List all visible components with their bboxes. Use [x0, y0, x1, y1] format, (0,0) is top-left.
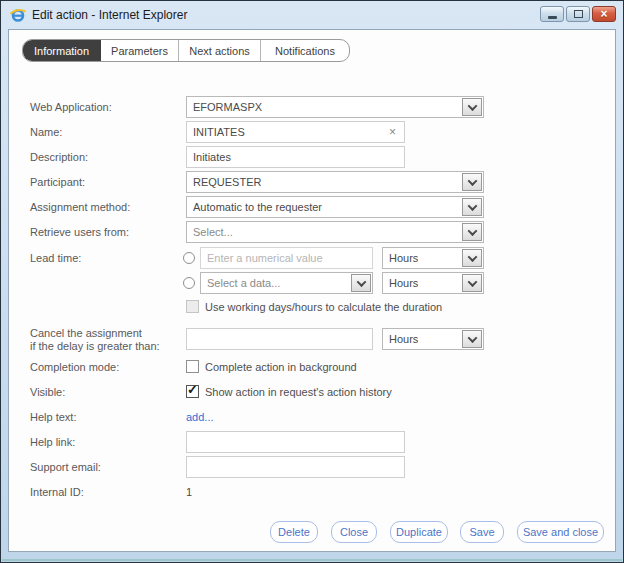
support-email-label: Support email:: [30, 461, 101, 473]
assignment-method-label: Assignment method:: [30, 201, 130, 213]
maximize-icon: [574, 10, 583, 18]
cancel-assignment-unit-value: Hours: [389, 333, 418, 345]
tab-information[interactable]: Information: [23, 40, 101, 61]
title-bar[interactable]: Edit action - Internet Explorer: [1, 1, 623, 29]
retrieve-users-from-select[interactable]: Select...: [186, 221, 484, 243]
cancel-assignment-label-line1: Cancel the assignment: [30, 327, 142, 339]
chevron-down-icon: [467, 101, 477, 111]
dropdown-arrow-button[interactable]: [462, 173, 482, 191]
cancel-assignment-label-line2: if the delay is greater than:: [30, 340, 160, 352]
web-application-label: Web Application:: [30, 101, 112, 113]
close-dialog-button[interactable]: Close: [331, 521, 377, 543]
internal-id-value: 1: [186, 486, 192, 498]
help-text-label: Help text:: [30, 411, 76, 423]
duplicate-button[interactable]: Duplicate: [390, 521, 448, 543]
dropdown-arrow-button[interactable]: [462, 198, 482, 216]
lead-time-label: Lead time:: [30, 252, 81, 264]
dropdown-arrow-button[interactable]: [462, 330, 482, 348]
cancel-assignment-unit-select[interactable]: Hours: [382, 328, 484, 350]
working-days-checkbox-label: Use working days/hours to calculate the …: [205, 301, 442, 313]
chevron-down-icon: [467, 176, 477, 186]
lead-time-data-unit-select[interactable]: Hours: [382, 272, 484, 294]
tab-bar: Information Parameters Next actions Noti…: [22, 39, 350, 62]
lead-time-data-select[interactable]: Select a data...: [200, 272, 373, 294]
minimize-button[interactable]: [540, 6, 564, 22]
participant-value: REQUESTER: [193, 176, 261, 188]
dropdown-arrow-button[interactable]: [462, 249, 482, 267]
assignment-method-select[interactable]: Automatic to the requester: [186, 196, 484, 218]
completion-mode-checkbox[interactable]: [186, 360, 199, 373]
web-application-value: EFORMASPX: [193, 101, 262, 113]
tab-next-actions[interactable]: Next actions: [179, 40, 261, 61]
dropdown-arrow-button[interactable]: [462, 274, 482, 292]
window-bottom-accent: [2, 559, 622, 561]
lead-time-numeric-unit-value: Hours: [389, 252, 418, 264]
close-icon: ×: [600, 7, 607, 21]
tab-notifications[interactable]: Notifications: [261, 40, 349, 61]
retrieve-users-from-value: Select...: [193, 226, 233, 238]
save-button[interactable]: Save: [460, 521, 504, 543]
retrieve-users-from-label: Retrieve users from:: [30, 226, 129, 238]
chevron-down-icon: [467, 277, 477, 287]
description-input[interactable]: [186, 146, 405, 168]
internet-explorer-icon: [10, 7, 26, 23]
dropdown-arrow-button[interactable]: [462, 98, 482, 116]
chevron-down-icon: [467, 201, 477, 211]
check-icon: ✓: [187, 382, 198, 397]
edit-action-window: Edit action - Internet Explorer × Inform…: [0, 0, 624, 563]
chevron-down-icon: [356, 277, 366, 287]
help-text-add-link[interactable]: add...: [186, 411, 214, 423]
lead-time-numeric-radio[interactable]: [183, 252, 195, 264]
name-input[interactable]: [186, 121, 405, 143]
name-label: Name:: [30, 126, 62, 138]
lead-time-numeric-input[interactable]: [200, 247, 373, 269]
visible-checkbox-label: Show action in request's action history: [205, 386, 392, 398]
delete-button[interactable]: Delete: [270, 521, 318, 543]
cancel-assignment-label: Cancel the assignment if the delay is gr…: [30, 327, 160, 353]
lead-time-data-unit-value: Hours: [389, 277, 418, 289]
maximize-button[interactable]: [566, 6, 590, 22]
web-application-select[interactable]: EFORMASPX: [186, 96, 484, 118]
minimize-icon: [548, 16, 557, 19]
support-email-input[interactable]: [186, 456, 405, 478]
description-label: Description:: [30, 151, 88, 163]
visible-checkbox[interactable]: ✓: [186, 385, 199, 398]
visible-label: Visible:: [30, 386, 65, 398]
help-link-label: Help link:: [30, 436, 75, 448]
chevron-down-icon: [467, 252, 477, 262]
window-title: Edit action - Internet Explorer: [32, 8, 187, 22]
dropdown-arrow-button[interactable]: [351, 274, 371, 292]
save-and-close-button[interactable]: Save and close: [517, 521, 604, 543]
dialog-content: Information Parameters Next actions Noti…: [8, 29, 616, 552]
lead-time-data-value: Select a data...: [207, 277, 280, 289]
chevron-down-icon: [467, 226, 477, 236]
clear-input-icon[interactable]: ×: [389, 125, 396, 139]
lead-time-data-radio[interactable]: [183, 277, 195, 289]
assignment-method-value: Automatic to the requester: [193, 201, 322, 213]
completion-mode-label: Completion mode:: [30, 361, 119, 373]
working-days-checkbox[interactable]: [186, 300, 199, 313]
completion-mode-checkbox-label: Complete action in background: [205, 361, 357, 373]
internal-id-label: Internal ID:: [30, 486, 84, 498]
participant-label: Participant:: [30, 176, 85, 188]
help-link-input[interactable]: [186, 431, 405, 453]
close-button[interactable]: ×: [592, 6, 616, 22]
cancel-assignment-input[interactable]: [186, 328, 373, 350]
chevron-down-icon: [467, 333, 477, 343]
participant-select[interactable]: REQUESTER: [186, 171, 484, 193]
dropdown-arrow-button[interactable]: [462, 223, 482, 241]
lead-time-numeric-unit-select[interactable]: Hours: [382, 247, 484, 269]
tab-parameters[interactable]: Parameters: [101, 40, 179, 61]
